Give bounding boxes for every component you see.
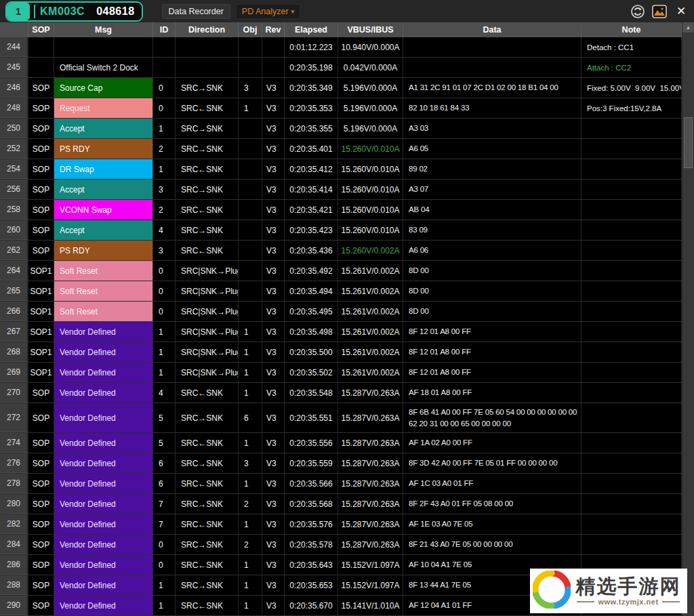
cell-rownum[interactable]: 280 [0, 494, 28, 514]
cell-elapsed: 0:20:35.355 [285, 119, 338, 138]
cell-rev: V3 [262, 119, 285, 138]
cell-obj: 1 [239, 433, 262, 453]
table-row[interactable]: 266SOP1Soft Reset0SRC|SNK→PlugV30:20:35.… [0, 302, 682, 322]
cell-rownum[interactable]: 270 [0, 383, 28, 403]
cell-rownum[interactable]: 262 [0, 241, 28, 260]
pd-analyzer-dropdown[interactable]: PD Analyzer ▾ [236, 4, 300, 19]
cell-rownum[interactable]: 282 [0, 514, 28, 534]
table-row[interactable]: 278SOPVendor Defined6SRC←SNK1V30:20:35.5… [0, 474, 682, 494]
device-index-badge: 1 [7, 3, 30, 20]
table-row[interactable]: 260SOPAccept4SRC→SNKV30:20:35.42315.260V… [0, 220, 682, 241]
cell-rownum[interactable]: 267 [0, 322, 28, 342]
table-row[interactable]: 276SOPVendor Defined6SRC→SNK3V30:20:35.5… [0, 453, 682, 474]
cell-rownum[interactable]: 260 [0, 220, 28, 240]
cell-rev: V3 [262, 403, 285, 432]
table-row[interactable]: 269SOP1Vendor Defined1SRC|SNK→Plug1V30:2… [0, 363, 682, 383]
cell-note [581, 363, 682, 382]
cell-obj [239, 200, 262, 220]
cell-rownum[interactable]: 272 [0, 403, 28, 432]
scrollbar-thumb[interactable] [684, 117, 693, 168]
table-row[interactable]: 264SOP1Soft Reset0SRC|SNK→PlugV30:20:35.… [0, 261, 682, 281]
cell-note [581, 139, 682, 159]
cell-rownum[interactable]: 276 [0, 453, 28, 473]
table-body: 2440:01:12.22310.940V/0.000ADetach : CC1… [0, 37, 682, 616]
cell-rownum[interactable]: 265 [0, 281, 28, 301]
cell-rownum[interactable]: 244 [0, 37, 28, 57]
cell-elapsed: 0:01:12.223 [285, 37, 338, 57]
cell-rownum[interactable]: 248 [0, 98, 28, 118]
cell-rownum[interactable]: 268 [0, 342, 28, 362]
cell-rownum[interactable]: 284 [0, 535, 28, 554]
cell-rownum[interactable]: 264 [0, 261, 28, 281]
cell-rownum[interactable]: 258 [0, 200, 28, 220]
table-row[interactable]: 268SOP1Vendor Defined1SRC|SNK→Plug1V30:2… [0, 342, 682, 363]
cell-elapsed: 0:20:35.500 [285, 342, 338, 362]
header-note[interactable]: Note [581, 22, 682, 37]
cell-rownum[interactable]: 278 [0, 474, 28, 493]
cell-msg: Vendor Defined [54, 575, 153, 595]
cell-dir: SRC←SNK [176, 241, 239, 260]
table-row[interactable]: 256SOPAccept3SRC→SNKV30:20:35.41415.260V… [0, 180, 682, 200]
table-row[interactable]: 250SOPAccept1SRC→SNKV30:20:35.3555.196V/… [0, 119, 682, 139]
data-recorder-button[interactable]: Data Recorder [162, 4, 230, 19]
table-row[interactable]: 284SOPVendor Defined0SRC→SNK2V30:20:35.5… [0, 535, 682, 555]
table-row[interactable]: 272SOPVendor Defined5SRC→SNK6V30:20:35.5… [0, 403, 682, 433]
table-row[interactable]: 267SOP1Vendor Defined1SRC|SNK→Plug1V30:2… [0, 322, 682, 342]
table-row[interactable]: 2440:01:12.22310.940V/0.000ADetach : CC1 [0, 37, 682, 58]
table-row[interactable]: 280SOPVendor Defined7SRC→SNK2V30:20:35.5… [0, 494, 682, 514]
cell-rownum[interactable]: 269 [0, 363, 28, 382]
table-row[interactable]: 246SOPSource Cap0SRC→SNK3V30:20:35.3495.… [0, 78, 682, 98]
cell-vbus: 15.261V/0.002A [338, 302, 403, 321]
cell-dir: SRC←SNK [176, 474, 239, 493]
cell-data: 8F 3D 42 A0 00 FF 7E 05 01 FF 00 00 00 0… [403, 453, 581, 473]
table-row[interactable]: 282SOPVendor Defined7SRC←SNK1V30:20:35.5… [0, 514, 682, 535]
sync-icon[interactable] [629, 3, 647, 20]
scroll-up-button[interactable]: ▲ [682, 22, 694, 33]
table-row[interactable]: 265SOP1Soft Reset0SRC|SNK→PlugV30:20:35.… [0, 281, 682, 302]
cell-rownum[interactable]: 252 [0, 139, 28, 159]
header-obj[interactable]: Obj [239, 22, 262, 37]
header-id[interactable]: ID [153, 22, 176, 37]
cell-rownum[interactable]: 256 [0, 180, 28, 199]
table-row[interactable]: 245Official Switch 2 Dock0:20:35.1980.04… [0, 58, 682, 78]
header-vbus-ibus[interactable]: VBUS/IBUS [338, 22, 403, 37]
cell-rownum[interactable]: 266 [0, 302, 28, 321]
cell-id: 7 [153, 494, 176, 514]
header-sop[interactable]: SOP [28, 22, 54, 37]
cell-rownum[interactable]: 254 [0, 159, 28, 179]
cell-rownum[interactable]: 286 [0, 555, 28, 575]
cell-vbus: 10.940V/0.000A [338, 37, 403, 57]
cell-obj: 3 [239, 453, 262, 473]
header-rev[interactable]: Rev [262, 22, 285, 37]
table-row[interactable]: 248SOPRequest0SRC←SNK1V30:20:35.3535.196… [0, 98, 682, 119]
close-icon[interactable]: ✕ [672, 3, 690, 20]
cell-rownum[interactable]: 288 [0, 575, 28, 595]
cell-elapsed: 0:20:35.551 [285, 403, 338, 432]
cell-data: 8D 00 [403, 281, 581, 301]
cell-rownum[interactable]: 290 [0, 596, 28, 615]
table-row[interactable]: 258SOPVCONN Swap2SRC←SNKV30:20:35.42115.… [0, 200, 682, 220]
cell-rownum[interactable]: 246 [0, 78, 28, 98]
cell-note [581, 200, 682, 220]
table-row[interactable]: 270SOPVendor Defined4SRC←SNK1V30:20:35.5… [0, 383, 682, 403]
header-elapsed[interactable]: Elapsed [285, 22, 338, 37]
device-badge[interactable]: 1 KM003C 048618 [5, 1, 143, 22]
header-data[interactable]: Data [403, 22, 581, 37]
cell-rownum[interactable]: 274 [0, 433, 28, 453]
cell-sop: SOP1 [28, 302, 54, 321]
table-row[interactable]: 274SOPVendor Defined5SRC←SNK1V30:20:35.5… [0, 433, 682, 453]
cell-rownum[interactable]: 245 [0, 58, 28, 77]
table-row[interactable]: 254SOPDR Swap1SRC←SNKV30:20:35.41215.260… [0, 159, 682, 180]
cell-rownum[interactable]: 250 [0, 119, 28, 138]
vertical-scrollbar[interactable]: ▲ [682, 22, 694, 616]
table-row[interactable]: 252SOPPS RDY2SRC→SNKV30:20:35.40115.260V… [0, 139, 682, 159]
cell-sop: SOP [28, 98, 54, 118]
cell-rev: V3 [262, 363, 285, 382]
header-rownum[interactable] [0, 22, 28, 37]
header-msg[interactable]: Msg [54, 22, 153, 37]
cell-sop: SOP [28, 241, 54, 260]
cell-dir: SRC|SNK→Plug [176, 302, 239, 321]
table-row[interactable]: 262SOPPS RDY3SRC←SNKV30:20:35.43615.260V… [0, 241, 682, 261]
screenshot-image-icon[interactable] [651, 3, 668, 20]
header-direction[interactable]: Direction [176, 22, 239, 37]
